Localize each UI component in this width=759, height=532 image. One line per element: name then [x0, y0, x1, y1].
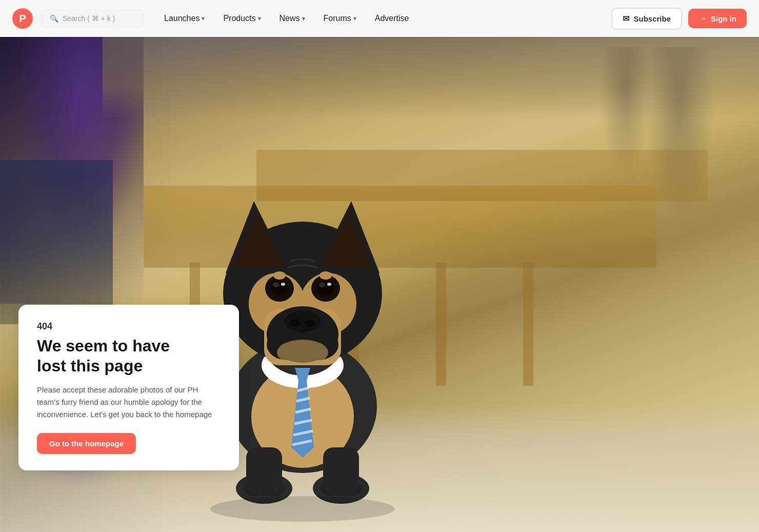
svg-point-23	[327, 283, 331, 286]
error-title: We seem to have lost this page	[37, 336, 221, 376]
go-to-homepage-button[interactable]: Go to the homepage	[37, 433, 136, 454]
svg-point-21	[317, 280, 334, 295]
svg-point-16	[271, 280, 288, 295]
logo-letter: P	[19, 13, 26, 25]
nav-label-products: Products	[223, 14, 255, 23]
chevron-down-icon: ▾	[302, 15, 305, 22]
svg-rect-49	[246, 447, 282, 494]
svg-point-11	[290, 320, 300, 327]
chevron-down-icon: ▾	[202, 15, 205, 22]
nav-actions: ✉ Subscribe → Sign in	[611, 8, 747, 30]
signin-button[interactable]: → Sign in	[688, 9, 747, 28]
nav-label-launches: Launches	[164, 14, 199, 23]
signin-label: Sign in	[711, 14, 736, 23]
svg-point-32	[277, 340, 328, 365]
svg-point-25	[319, 271, 332, 280]
nav-label-forums: Forums	[324, 14, 351, 23]
error-code: 404	[37, 321, 221, 332]
svg-point-24	[273, 271, 286, 280]
nav-item-forums[interactable]: Forums ▾	[315, 10, 365, 27]
subscribe-button[interactable]: ✉ Subscribe	[611, 8, 682, 30]
error-description: Please accept these adorable photos of o…	[37, 384, 221, 421]
subscribe-icon: ✉	[623, 14, 629, 24]
subscribe-label: Subscribe	[633, 14, 671, 23]
error-card: 404 We seem to have lost this page Pleas…	[18, 305, 239, 470]
svg-point-18	[281, 283, 285, 286]
nav-label-news: News	[279, 14, 300, 23]
nav-item-launches[interactable]: Launches ▾	[156, 10, 213, 27]
svg-point-12	[305, 320, 315, 327]
svg-point-17	[273, 282, 279, 287]
search-placeholder-text: Search ( ⌘ + k )	[63, 14, 115, 23]
logo[interactable]: P	[12, 8, 33, 29]
navbar: P 🔍 Search ( ⌘ + k ) Launches ▾ Products…	[0, 0, 759, 37]
nav-label-advertise: Advertise	[375, 14, 409, 23]
error-title-line2: lost this page	[37, 357, 143, 375]
error-title-line1: We seem to have	[37, 337, 170, 355]
svg-rect-50	[323, 447, 359, 494]
nav-item-advertise[interactable]: Advertise	[367, 10, 417, 27]
search-icon: 🔍	[50, 14, 58, 23]
nav-item-news[interactable]: News ▾	[271, 10, 313, 27]
chevron-down-icon: ▾	[353, 15, 356, 22]
nav-items: Launches ▾ Products ▾ News ▾ Forums ▾ Ad…	[156, 10, 607, 27]
chevron-down-icon: ▾	[258, 15, 261, 22]
signin-icon: →	[698, 14, 707, 23]
search-bar[interactable]: 🔍 Search ( ⌘ + k )	[41, 10, 144, 27]
svg-point-22	[319, 282, 325, 287]
nav-item-products[interactable]: Products ▾	[215, 10, 269, 27]
svg-point-51	[210, 496, 395, 522]
